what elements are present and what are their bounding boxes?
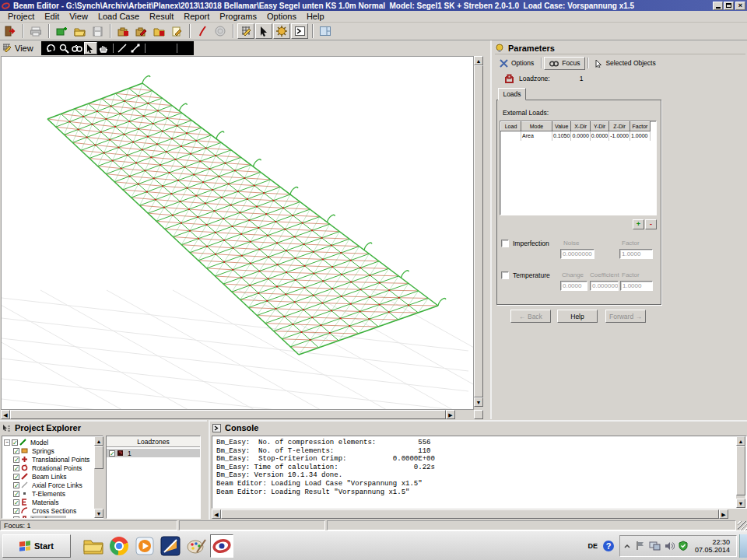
noise-field[interactable]: 0.0000000: [560, 249, 594, 259]
edit-note-button[interactable]: [168, 23, 185, 39]
cell-mode[interactable]: Area: [521, 131, 552, 141]
cell-xdir[interactable]: 0.0000: [571, 131, 590, 141]
new-model-button[interactable]: [53, 23, 70, 39]
model-add-button[interactable]: [114, 23, 132, 39]
tree-item-materials[interactable]: ✓ Materials: [2, 498, 103, 506]
cell-value[interactable]: 0.1050: [552, 131, 571, 141]
console-hscrollbar[interactable]: ◀ ▶: [212, 509, 747, 519]
file-explorer-button[interactable]: [82, 534, 105, 558]
save-button[interactable]: [89, 23, 106, 39]
cell-load[interactable]: Selfw.: [501, 131, 521, 141]
console-output[interactable]: Bm_Easy: No. of compression elements: 55…: [212, 436, 747, 509]
select-tool-button[interactable]: [84, 42, 97, 54]
tree-item-rotational-points[interactable]: ✓ Rotational Points: [2, 464, 103, 472]
zoom-button[interactable]: [58, 42, 71, 54]
external-loads-list[interactable]: Load Mode Value X-Dir Y-Dir Z-Dir Factor…: [500, 121, 657, 215]
col-ydir[interactable]: Y-Dir: [590, 122, 608, 131]
scroll-up-icon[interactable]: ▲: [474, 56, 483, 65]
exit-button[interactable]: [2, 23, 19, 39]
volume-icon[interactable]: [665, 541, 675, 551]
loadzone-item-checkbox[interactable]: ✓: [109, 450, 115, 457]
scroll-up-icon[interactable]: ▲: [736, 436, 745, 446]
menu-project[interactable]: Project: [3, 11, 40, 22]
security-shield-icon[interactable]: [679, 541, 688, 551]
menu-load-case[interactable]: Load Case: [93, 11, 145, 22]
tree-item-t-elements[interactable]: ✓ T-Elements: [2, 489, 103, 498]
change-field[interactable]: 0.0000: [560, 281, 587, 291]
parameters-toggle-button[interactable]: [237, 23, 254, 39]
tree-vscrollbar[interactable]: ▲ ▼: [94, 436, 103, 518]
scroll-right-icon[interactable]: ▶: [446, 410, 455, 419]
materials-checkbox[interactable]: ✓: [13, 499, 19, 506]
add-load-button[interactable]: +: [633, 219, 644, 229]
clock[interactable]: 22:30 07.05.2014: [692, 538, 733, 554]
view-vscroll-thumb[interactable]: [474, 65, 483, 397]
tree-vscroll-thumb[interactable]: [94, 446, 103, 469]
chrome-button[interactable]: [107, 534, 131, 558]
paint-app-button[interactable]: [184, 534, 208, 558]
translational-points-checkbox[interactable]: ✓: [13, 457, 19, 463]
media-player-button[interactable]: [133, 534, 156, 558]
restore-button[interactable]: [724, 2, 734, 10]
tab-options[interactable]: Options: [495, 57, 538, 70]
scroll-down-icon[interactable]: ▼: [474, 397, 483, 407]
flag-tray-icon[interactable]: [635, 541, 645, 551]
focus-view-button[interactable]: [71, 42, 84, 54]
rotate-view-button[interactable]: [44, 42, 58, 54]
tree-item-translational-points[interactable]: ✓ Translational Points: [2, 455, 103, 464]
col-value[interactable]: Value: [552, 122, 571, 131]
tree-item-loadzones[interactable]: ✓ Loadzones: [2, 515, 103, 519]
col-factor[interactable]: Factor: [630, 122, 651, 131]
view-hscrollbar[interactable]: ◀ ▶: [1, 410, 474, 419]
console-toggle-button[interactable]: [291, 23, 308, 39]
stop-button[interactable]: [212, 23, 229, 39]
back-button[interactable]: ← Back: [510, 310, 551, 323]
tab-selected-objects[interactable]: Selected Objects: [591, 57, 660, 70]
cad-app-button[interactable]: [159, 534, 182, 558]
print-button[interactable]: [27, 23, 44, 39]
tree-item-cross-sections[interactable]: ✓ Cross Sections: [2, 506, 103, 515]
menu-view[interactable]: View: [65, 11, 93, 22]
temperature-checkbox[interactable]: [501, 271, 509, 279]
resize-grip-icon[interactable]: [738, 521, 747, 530]
remove-load-button[interactable]: -: [645, 219, 657, 229]
coefficient-field[interactable]: 0.0000000: [590, 281, 619, 291]
table-row[interactable]: Selfw. Area 0.1050 0.0000 0.0000 -1.0000…: [501, 131, 651, 141]
tree-item-springs[interactable]: ✓ Springs: [2, 446, 103, 455]
loadzone-item[interactable]: ✓ 1: [107, 449, 200, 457]
t-elements-checkbox[interactable]: ✓: [13, 491, 19, 497]
menu-help[interactable]: Help: [302, 11, 330, 22]
tray-expand-icon[interactable]: [623, 541, 631, 551]
scroll-left-icon[interactable]: ◀: [1, 410, 10, 419]
scroll-down-icon[interactable]: ▼: [94, 509, 103, 518]
help-tray-icon[interactable]: ?: [602, 540, 615, 552]
tree-item-model[interactable]: − ✓ Model: [2, 438, 103, 446]
draw-beam-button[interactable]: [129, 42, 142, 54]
tab-loads[interactable]: Loads: [498, 88, 526, 100]
console-vscroll-thumb[interactable]: [736, 446, 745, 495]
draw-line-button[interactable]: [116, 42, 129, 54]
menu-options[interactable]: Options: [262, 11, 302, 22]
tab-focus[interactable]: Focus: [544, 57, 585, 70]
scroll-down-icon[interactable]: ▼: [736, 499, 745, 508]
pan-button[interactable]: [97, 42, 110, 54]
imperfection-checkbox[interactable]: [501, 240, 509, 247]
help-button[interactable]: Help: [557, 310, 598, 323]
axial-force-links-checkbox[interactable]: ✓: [13, 482, 19, 488]
beam-links-checkbox[interactable]: ✓: [13, 474, 19, 480]
menu-result[interactable]: Result: [145, 11, 179, 22]
scroll-right-icon[interactable]: ▶: [719, 509, 728, 519]
layout-button[interactable]: [317, 23, 334, 39]
tree-collapse-icon[interactable]: −: [4, 439, 10, 446]
menu-report[interactable]: Report: [179, 11, 215, 22]
tree-item-axial-force-links[interactable]: ✓ Axial Force Links: [2, 481, 103, 489]
cell-factor[interactable]: 1.0000: [630, 131, 651, 141]
rotational-points-checkbox[interactable]: ✓: [13, 465, 19, 471]
loadzones-list[interactable]: Loadzones ✓ 1: [106, 436, 201, 519]
view-vscrollbar[interactable]: ▲ ▼: [474, 56, 483, 410]
col-load[interactable]: Load: [501, 122, 521, 131]
open-case-button[interactable]: [150, 23, 167, 39]
close-button[interactable]: ×: [735, 2, 745, 10]
forward-button[interactable]: Forward →: [605, 310, 646, 323]
scroll-up-icon[interactable]: ▲: [94, 436, 103, 446]
